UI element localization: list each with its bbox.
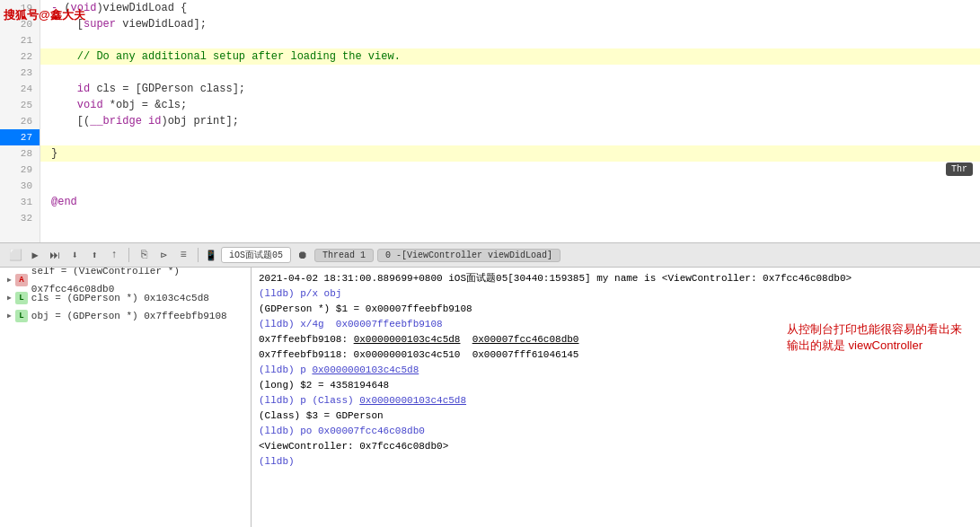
var-text: cls = (GDPerson *) 0x103c4c5d8 — [31, 289, 209, 307]
step-out-icon[interactable]: ⬆ — [86, 247, 102, 263]
tab-view[interactable]: 0 -[ViewController viewDidLoad] — [377, 249, 561, 262]
console-line: (long) $2 = 4358194648 — [259, 378, 973, 393]
line-numbers: 1920212223242526272829303132 — [0, 0, 40, 242]
watermark: 搜狐号@鑫大夫 — [4, 7, 85, 23]
line-num: 31 — [0, 194, 40, 210]
var-arrow: ▶ — [7, 289, 12, 307]
console-line: 2021-04-02 18:31:00.889699+0800 iOS面试题05… — [259, 271, 973, 286]
console-line: (lldb) po 0x00007fcc46c08db0 — [259, 424, 973, 439]
tab-ios-label: iOS面试题05 — [229, 249, 283, 261]
thread-badge: Thr — [946, 162, 973, 176]
code-line: [(__bridge id)obj print]; — [40, 113, 980, 129]
code-line — [40, 210, 980, 226]
code-line: // Do any additional setup after loading… — [40, 48, 980, 65]
var-badge: L — [15, 292, 28, 304]
tab-ios[interactable]: iOS面试题05 — [221, 247, 291, 263]
console-icon[interactable]: ⬜ — [7, 247, 23, 263]
step-back-icon[interactable]: ↑ — [106, 247, 122, 263]
console-line: (lldb) p 0x0000000103c4c5d8 — [259, 363, 973, 378]
code-line: [super viewDidLoad]; — [40, 16, 980, 32]
ios-label: 📱 — [205, 250, 217, 261]
tab-thread-label: Thread 1 — [322, 250, 366, 260]
var-arrow: ▶ — [7, 307, 12, 325]
debug-toolbar: ⬜ ▶ ⏭ ⬇ ⬆ ↑ ⎘ ⊳ ≡ 📱 iOS面试题05 ⏺ Thread 1 … — [0, 242, 980, 268]
line-num: 29 — [0, 162, 40, 178]
code-line — [40, 162, 980, 178]
line-num: 32 — [0, 210, 40, 226]
list-icon[interactable]: ≡ — [175, 247, 191, 263]
variable-item[interactable]: ▶ A self = (ViewController *) 0x7fcc46c0… — [0, 271, 251, 289]
console-line: 0x7ffeebfb9108: 0x0000000103c4c5d8 0x000… — [259, 332, 973, 347]
var-arrow: ▶ — [7, 271, 12, 289]
console-line: (lldb) x/4g 0x00007ffeebfb9108 — [259, 317, 973, 332]
sep2 — [198, 248, 199, 262]
line-num: 22 — [0, 48, 40, 65]
editor-area: 1920212223242526272829303132 - (void)vie… — [0, 0, 980, 242]
console-line: (lldb) p/x obj — [259, 286, 973, 302]
sep1 — [128, 248, 129, 262]
line-num: 28 — [0, 145, 40, 162]
step-over-icon[interactable]: ⏭ — [47, 247, 63, 263]
line-num: 23 — [0, 65, 40, 81]
share-icon[interactable]: ⎘ — [136, 247, 152, 263]
code-container: 1920212223242526272829303132 - (void)vie… — [0, 0, 980, 242]
code-line: void *obj = &cls; — [40, 97, 980, 113]
code-line — [40, 65, 980, 81]
console-line: (GDPerson *) $1 = 0x00007ffeebfb9108 — [259, 302, 973, 317]
code-line — [40, 32, 980, 48]
code-line: id cls = [GDPerson class]; — [40, 81, 980, 97]
line-num: 25 — [0, 97, 40, 113]
line-num: 26 — [0, 113, 40, 129]
var-text: obj = (GDPerson *) 0x7ffeebfb9108 — [31, 307, 227, 325]
line-num: 24 — [0, 81, 40, 97]
console-line: (lldb) — [259, 454, 973, 470]
var-badge: A — [15, 274, 28, 286]
console-line: (Class) $3 = GDPerson — [259, 408, 973, 424]
var-badge: L — [15, 310, 28, 322]
line-num: 27 — [0, 129, 40, 145]
step-into-icon[interactable]: ⬇ — [66, 247, 83, 263]
line-num: 30 — [0, 178, 40, 194]
variable-item[interactable]: ▶ L obj = (GDPerson *) 0x7ffeebfb9108 — [0, 307, 251, 325]
debug-icon[interactable]: ⊳ — [155, 247, 172, 263]
tab-thread[interactable]: Thread 1 — [314, 249, 374, 262]
code-lines: - (void)viewDidLoad { [super viewDidLoad… — [40, 0, 980, 242]
console-line: (lldb) p (Class) 0x0000000103c4c5d8 — [259, 393, 973, 408]
tab-view-label: 0 -[ViewController viewDidLoad] — [385, 250, 552, 260]
console-panel: 2021-04-02 18:31:00.889699+0800 iOS面试题05… — [252, 268, 980, 527]
code-line: @end — [40, 194, 980, 210]
code-line — [40, 129, 980, 145]
line-num: 21 — [0, 32, 40, 48]
play-icon[interactable]: ▶ — [27, 247, 43, 263]
code-line: - (void)viewDidLoad { — [40, 0, 980, 16]
code-line — [40, 178, 980, 194]
variables-panel: ▶ A self = (ViewController *) 0x7fcc46c0… — [0, 268, 252, 527]
thread-icon: ⏺ — [295, 247, 311, 263]
console-line: <ViewController: 0x7fcc46c08db0> — [259, 439, 973, 454]
debug-area: ▶ A self = (ViewController *) 0x7fcc46c0… — [0, 268, 980, 527]
code-line: } — [40, 145, 980, 162]
console-line: 0x7ffeebfb9118: 0x0000000103c4c510 0x000… — [259, 347, 973, 363]
